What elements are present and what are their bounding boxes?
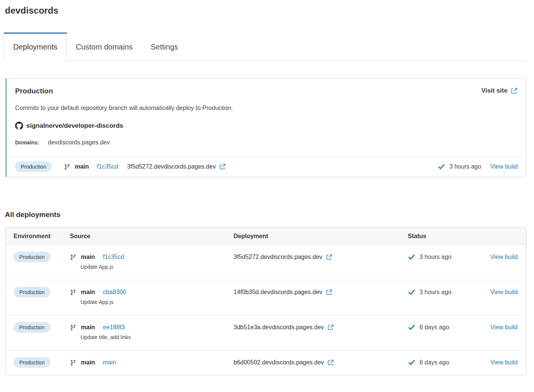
- commit-link[interactable]: ee1f883: [103, 324, 125, 331]
- deployment-url: 3db51e3a.devdiscords.pages.dev: [234, 324, 324, 331]
- external-link-icon: [326, 289, 333, 296]
- page-title: devdiscords: [5, 5, 534, 16]
- external-link-icon: [326, 254, 333, 260]
- external-link-icon: [219, 163, 226, 170]
- table-row: Production main ee1f883 Update title, ad…: [6, 315, 526, 350]
- commit-link[interactable]: f1c35cd: [97, 163, 118, 170]
- column-header-status: Status: [408, 233, 480, 240]
- visit-site-label: Visit site: [481, 87, 508, 95]
- tab-custom-domains[interactable]: Custom domains: [67, 33, 142, 60]
- view-build-link[interactable]: View build: [490, 254, 518, 260]
- status-time: 3 hours ago: [419, 254, 452, 260]
- status-time: 3 hours ago: [419, 289, 452, 296]
- column-header-deployment: Deployment: [234, 233, 408, 240]
- view-build-link[interactable]: View build: [490, 324, 518, 331]
- deployment-url-link[interactable]: b6d00502.devdiscords.pages.dev: [234, 359, 334, 366]
- tab-bar: Deployments Custom domains Settings: [4, 33, 526, 61]
- environment-badge: Production: [14, 252, 50, 262]
- production-card: Production Visit site Commits to your de…: [5, 78, 526, 177]
- external-link-icon: [511, 87, 518, 95]
- all-deployments-heading: All deployments: [5, 211, 534, 219]
- git-branch-icon: [70, 289, 76, 296]
- view-build-link[interactable]: View build: [490, 289, 518, 296]
- status-time: 6 days ago: [419, 324, 449, 331]
- production-card-title: Production: [15, 87, 53, 95]
- deployment-url: 14f0b35d.devdiscords.pages.dev: [234, 289, 322, 296]
- status-time: 3 hours ago: [449, 163, 481, 170]
- pages-project-page: devdiscords Deployments Custom domains S…: [0, 5, 534, 375]
- deployment-url-link[interactable]: 3db51e3a.devdiscords.pages.dev: [234, 324, 334, 331]
- branch-name: main: [81, 359, 95, 366]
- check-icon: [408, 359, 415, 366]
- domains-label: Domains:: [15, 139, 39, 146]
- commit-message: Update title, add links: [80, 334, 234, 340]
- view-build-link[interactable]: View build: [490, 359, 518, 366]
- column-header-source: Source: [70, 233, 234, 240]
- check-icon: [408, 288, 415, 296]
- environment-badge: Production: [14, 322, 50, 333]
- deployment-url-link[interactable]: 3f5d5272.devdiscords.pages.dev: [234, 254, 333, 260]
- deployment-url: 3f5d5272.devdiscords.pages.dev: [234, 254, 322, 260]
- environment-badge: Production: [14, 287, 50, 297]
- deployment-url-link[interactable]: 3f5d5272.devdiscords.pages.dev: [127, 163, 226, 170]
- production-description: Commits to your default repository branc…: [15, 105, 518, 112]
- visit-site-link[interactable]: Visit site: [481, 87, 518, 95]
- status-time: 6 days ago: [419, 359, 449, 366]
- branch-name: main: [81, 254, 95, 260]
- domains-value: devdiscords.pages.dev: [48, 139, 110, 146]
- table-row: Production main f1c35cd Update App.js 3f…: [6, 245, 526, 280]
- branch-name: main: [81, 324, 95, 331]
- commit-link[interactable]: f1c35cd: [103, 254, 124, 260]
- environment-badge: Production: [15, 161, 52, 172]
- git-branch-icon: [70, 359, 76, 366]
- branch-name: main: [75, 163, 89, 170]
- table-row: Production main cba8300 Update App.js 14…: [6, 280, 526, 315]
- commit-link[interactable]: main: [103, 359, 116, 366]
- commit-message: Update App.js: [80, 299, 234, 305]
- table-header-row: Environment Source Deployment Status: [6, 228, 526, 245]
- deployment-url: b6d00502.devdiscords.pages.dev: [234, 359, 324, 366]
- commit-message: Update App.js: [80, 264, 234, 270]
- production-deployment-row: Production main f1c35cd 3f5d5272.devdisc…: [7, 156, 526, 177]
- column-header-environment: Environment: [14, 233, 70, 240]
- git-branch-icon: [70, 324, 76, 331]
- branch-name: main: [81, 289, 95, 296]
- view-build-link[interactable]: View build: [490, 163, 518, 170]
- git-branch-icon: [64, 164, 70, 170]
- commit-link[interactable]: cba8300: [103, 289, 126, 296]
- github-icon: [15, 122, 23, 130]
- external-link-icon: [327, 324, 334, 331]
- domains-row: Domains: devdiscords.pages.dev: [15, 139, 518, 146]
- table-row: Production main main b6d00502.devdiscord…: [6, 350, 526, 375]
- repo-name: signalnerve/developer-discords: [26, 122, 123, 130]
- tab-settings[interactable]: Settings: [142, 33, 187, 60]
- check-icon: [438, 163, 445, 170]
- check-icon: [408, 324, 415, 331]
- tab-deployments[interactable]: Deployments: [4, 33, 67, 61]
- environment-badge: Production: [14, 357, 50, 368]
- deployment-url: 3f5d5272.devdiscords.pages.dev: [127, 163, 216, 170]
- git-branch-icon: [70, 254, 76, 260]
- deployment-url-link[interactable]: 14f0b35d.devdiscords.pages.dev: [234, 289, 333, 296]
- external-link-icon: [327, 359, 334, 366]
- deployments-table: Environment Source Deployment Status Pro…: [5, 227, 526, 375]
- check-icon: [408, 253, 415, 261]
- repository-row: signalnerve/developer-discords: [15, 122, 518, 130]
